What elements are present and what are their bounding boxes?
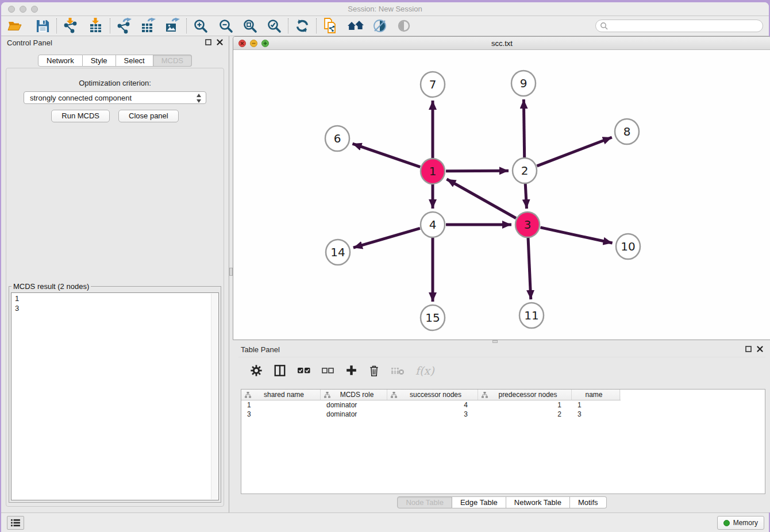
column-header-predecessor-nodes[interactable]: predecessor nodes: [478, 390, 572, 400]
graph-node-1[interactable]: 1: [421, 159, 445, 184]
close-panel-icon[interactable]: [217, 39, 223, 45]
graph-node-10[interactable]: 10: [616, 234, 640, 259]
open-folder-icon: [7, 18, 22, 33]
search-input[interactable]: [610, 21, 763, 31]
open-session-button[interactable]: [6, 17, 24, 34]
float-panel-icon[interactable]: [205, 39, 211, 45]
mcds-result-group: MCDS result (2 nodes) 1 3: [9, 282, 221, 503]
graph-edge-4-14[interactable]: [353, 228, 420, 248]
graph-node-7[interactable]: 7: [421, 72, 445, 97]
graph-node-9[interactable]: 9: [511, 71, 536, 96]
close-panel-button[interactable]: Close panel: [118, 110, 179, 122]
import-network-button[interactable]: [61, 17, 80, 34]
tab-node-table[interactable]: Node Table: [397, 496, 452, 508]
close-panel-icon[interactable]: [757, 346, 763, 352]
graph-edge-1-6[interactable]: [352, 144, 420, 167]
clone-network-button[interactable]: [321, 17, 340, 34]
table-row[interactable]: 1dominator411: [241, 400, 765, 410]
columns-icon: [274, 364, 286, 377]
first-neighbors-button[interactable]: [346, 17, 365, 34]
table-cell[interactable]: 1: [572, 401, 620, 409]
svg-text:11: 11: [524, 309, 538, 322]
tab-network[interactable]: Network: [38, 55, 83, 67]
result-scrollbar[interactable]: [211, 294, 218, 499]
graph-node-8[interactable]: 8: [615, 119, 639, 144]
graph-edge-2-9[interactable]: [523, 99, 524, 157]
export-network-icon: [116, 18, 132, 34]
graph-node-6[interactable]: 6: [325, 126, 349, 151]
table-cell[interactable]: 3: [387, 410, 478, 418]
float-panel-icon[interactable]: [745, 346, 752, 352]
import-table-button[interactable]: [87, 17, 105, 34]
export-image-button[interactable]: [163, 17, 182, 34]
zoom-out-icon: [218, 18, 233, 33]
graph-edge-2-8[interactable]: [537, 137, 611, 166]
graph-node-4[interactable]: 4: [421, 212, 445, 237]
zoom-out-button[interactable]: [217, 17, 235, 34]
svg-text:8: 8: [623, 125, 631, 138]
graph-edge-3-11[interactable]: [528, 238, 531, 299]
memory-button[interactable]: Memory: [717, 516, 764, 530]
export-network-button[interactable]: [115, 17, 133, 34]
tab-style[interactable]: Style: [83, 55, 116, 67]
table-body: 1dominator4113dominator323: [241, 400, 765, 419]
graph-edge-3-1[interactable]: [446, 179, 516, 218]
save-session-button[interactable]: [33, 17, 52, 34]
mcds-result-textarea[interactable]: 1 3: [11, 292, 219, 500]
table-cell[interactable]: 4: [387, 401, 478, 409]
tab-edge-table[interactable]: Edge Table: [452, 496, 506, 508]
tab-motifs[interactable]: Motifs: [570, 496, 607, 508]
graph-node-11[interactable]: 11: [519, 303, 544, 328]
optimization-criterion-label: Optimization criterion:: [6, 79, 224, 87]
column-header-name[interactable]: name: [572, 390, 620, 400]
zoom-selected-button[interactable]: [265, 17, 283, 34]
svg-text:7: 7: [429, 78, 437, 91]
optimization-criterion-select[interactable]: strongly connected component: [24, 91, 206, 104]
graph-node-3[interactable]: 3: [515, 212, 540, 237]
select-all-button[interactable]: [297, 365, 311, 376]
task-history-button[interactable]: [7, 516, 24, 530]
function-builder-button[interactable]: f(x): [415, 364, 434, 377]
save-floppy-icon: [36, 19, 50, 33]
tab-select[interactable]: Select: [116, 55, 153, 67]
show-columns-button[interactable]: [274, 364, 286, 377]
run-mcds-button[interactable]: Run MCDS: [51, 110, 110, 122]
zoom-fit-button[interactable]: [241, 17, 259, 34]
table-options-button[interactable]: [250, 364, 263, 377]
toggle-graphics-details-button[interactable]: [371, 17, 389, 34]
tab-network-table[interactable]: Network Table: [506, 496, 570, 508]
search-field[interactable]: [595, 20, 763, 32]
add-row-button[interactable]: [345, 364, 357, 376]
zoom-in-icon: [193, 18, 208, 33]
svg-text:3: 3: [524, 218, 532, 232]
network-canvas[interactable]: 7968124314101511: [233, 50, 770, 340]
graph-edge-3-10[interactable]: [540, 228, 612, 243]
graph-edge-2-3[interactable]: [525, 184, 526, 209]
export-table-button[interactable]: [139, 17, 157, 34]
unselect-all-button[interactable]: [322, 366, 334, 375]
table-cell[interactable]: 3: [572, 410, 620, 418]
table-cell[interactable]: dominator: [321, 410, 387, 418]
table-cell[interactable]: 1: [478, 401, 572, 409]
node-table: shared nameMCDS rolesuccessor nodesprede…: [241, 389, 765, 494]
delete-rows-button[interactable]: [368, 364, 380, 377]
graph-node-15[interactable]: 15: [421, 305, 445, 330]
table-cell[interactable]: 3: [241, 410, 321, 418]
delete-table-button[interactable]: [391, 365, 405, 376]
column-header-MCDS-role[interactable]: MCDS role: [321, 390, 387, 400]
table-panel-title: Table Panel: [241, 345, 280, 354]
table-row[interactable]: 3dominator323: [241, 410, 765, 419]
apply-layout-button[interactable]: [293, 17, 311, 34]
table-cell[interactable]: dominator: [321, 401, 387, 409]
table-cell[interactable]: 2: [478, 410, 572, 418]
svg-text:10: 10: [621, 240, 635, 253]
tab-mcds[interactable]: MCDS: [153, 55, 192, 67]
column-header-shared-name[interactable]: shared name: [241, 390, 321, 400]
zoom-in-button[interactable]: [191, 17, 210, 34]
column-header-successor-nodes[interactable]: successor nodes: [387, 390, 478, 400]
graph-node-14[interactable]: 14: [326, 240, 350, 265]
show-hide-eye-button[interactable]: [395, 17, 413, 34]
graph-edge-1-2[interactable]: [446, 171, 509, 171]
graph-node-2[interactable]: 2: [513, 158, 537, 183]
table-cell[interactable]: 1: [241, 401, 321, 409]
